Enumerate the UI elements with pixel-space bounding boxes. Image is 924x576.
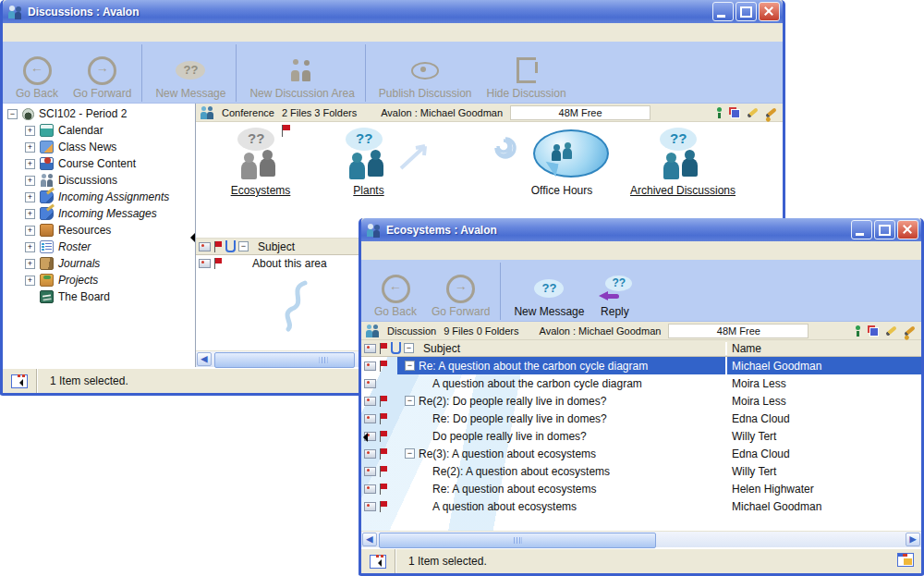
message-row[interactable]: Re(2): Do people really live in domes? M… (361, 392, 921, 410)
name-column-header[interactable]: Name (725, 342, 921, 355)
flag-column-icon[interactable] (379, 343, 388, 354)
collapse-all-icon[interactable] (404, 343, 414, 353)
menu-item[interactable] (40, 31, 56, 34)
menu-item[interactable] (6, 31, 23, 34)
tree-expand-icon[interactable] (25, 142, 35, 153)
menu-item[interactable] (365, 249, 382, 252)
unread-column-icon[interactable] (364, 344, 376, 353)
conference-desktop-item[interactable]: Ecosystems (205, 128, 316, 197)
toolbar-button[interactable]: Go Forward (66, 44, 139, 102)
split-view-icon[interactable] (370, 555, 386, 569)
minimize-button[interactable] (712, 2, 734, 21)
toolbar-button[interactable]: New Message (141, 44, 233, 102)
tree-expand-icon[interactable] (25, 176, 35, 186)
collapse-thread-icon[interactable] (405, 448, 415, 459)
menu-item[interactable] (415, 249, 432, 252)
toolbar-button[interactable]: New Message (500, 263, 591, 320)
sidebar-tree-item[interactable]: Incoming Messages (3, 205, 195, 222)
pane-splitter-arrow[interactable] (186, 233, 195, 242)
sidebar-tree-item[interactable]: Roster (3, 239, 195, 255)
online-user-icon[interactable] (716, 107, 723, 118)
toolbar-button[interactable]: Go Back (8, 44, 66, 102)
sidebar-tree-item[interactable]: Discussions (3, 172, 195, 189)
flag-column-icon[interactable] (213, 241, 223, 252)
toolbar-button[interactable]: Go Back (367, 263, 424, 320)
subject-column-header[interactable]: Subject (423, 342, 725, 355)
scrollbar-thumb[interactable] (214, 352, 355, 368)
menu-item[interactable] (448, 249, 465, 252)
message-row[interactable]: Re(2): A question about ecosystems Willy… (361, 462, 921, 480)
toolbar-button[interactable]: New Discussion Area (236, 44, 361, 102)
tree-expand-icon[interactable] (25, 126, 35, 136)
message-row[interactable]: Do people really live in domes? Willy Te… (361, 427, 921, 445)
sidebar-tree-item[interactable]: Projects (3, 272, 195, 288)
sidebar-tree-item[interactable]: Incoming Assignments (3, 189, 195, 205)
tree-expand-icon[interactable] (25, 192, 35, 202)
toolbar-button[interactable]: Hide Discussion (480, 44, 574, 102)
close-button[interactable] (759, 2, 780, 21)
minimize-button[interactable] (851, 220, 872, 239)
unread-column-icon[interactable] (199, 242, 211, 251)
shared-pages-icon[interactable] (868, 325, 879, 337)
menu-item[interactable] (465, 249, 481, 252)
split-view-icon[interactable] (11, 374, 28, 388)
message-row[interactable]: Re(3): A question about ecosystems Edna … (361, 445, 921, 462)
tree-expand-icon[interactable] (25, 259, 35, 269)
title-bar[interactable]: Discussions : Avalon (3, 0, 783, 23)
conference-desktop-item[interactable]: Plants (314, 128, 423, 197)
menu-item[interactable] (398, 249, 415, 252)
sidebar-tree-item[interactable]: Journals (3, 255, 195, 272)
tree-expand-icon[interactable] (25, 226, 35, 236)
online-user-icon[interactable] (855, 325, 861, 337)
menu-item[interactable] (106, 31, 123, 34)
sidebar-tree-item[interactable]: The Board (3, 288, 195, 305)
tree-expand-icon[interactable] (25, 209, 35, 219)
pane-splitter-arrow[interactable] (359, 433, 368, 442)
menu-item[interactable] (382, 249, 398, 252)
message-row[interactable]: Re: A question about ecosystems Helen Hi… (361, 480, 921, 497)
collapse-thread-icon[interactable] (405, 396, 415, 406)
conference-desktop-item[interactable]: Office Hours (503, 128, 621, 197)
maximize-button[interactable] (874, 220, 895, 239)
scroll-left-icon[interactable]: ◀ (362, 533, 377, 546)
toolbar-button[interactable]: Go Forward (424, 263, 497, 320)
sidebar-tree-item[interactable]: Class News (3, 139, 195, 155)
sidebar-tree-item[interactable]: Course Content (3, 155, 195, 172)
toolbar-button[interactable]: Publish Discussion (365, 44, 480, 102)
scrollbar-thumb[interactable] (379, 533, 656, 548)
title-bar[interactable]: Ecosystems : Avalon (361, 218, 921, 241)
tree-expand-icon[interactable] (25, 242, 35, 252)
message-row[interactable]: Re: Do people really live in domes? Edna… (361, 410, 921, 427)
scroll-left-icon[interactable]: ◀ (197, 352, 212, 366)
collapse-all-icon[interactable] (238, 241, 249, 251)
layout-grid-icon[interactable] (897, 553, 914, 567)
tree-collapse-icon[interactable] (7, 109, 18, 119)
menu-item[interactable] (432, 249, 448, 252)
sidebar-tree-item[interactable]: Resources (3, 222, 195, 239)
edit-pencil-icon[interactable] (747, 107, 759, 117)
tree-expand-icon[interactable] (25, 159, 35, 169)
attachment-column-icon[interactable] (225, 240, 236, 252)
sidebar-tree-item[interactable]: Calendar (3, 122, 195, 139)
tree-expand-icon[interactable] (25, 276, 35, 286)
edit-pencil-icon[interactable] (885, 325, 897, 336)
message-row[interactable]: A question about ecosystems Michael Good… (361, 497, 921, 515)
signature-pen-icon[interactable] (904, 325, 916, 336)
conference-desktop-item[interactable]: Archived Discussions (604, 128, 761, 197)
menu-item[interactable] (73, 31, 90, 34)
toolbar-button[interactable]: Reply (591, 263, 638, 320)
menu-item[interactable] (56, 31, 73, 34)
collapse-thread-icon[interactable] (405, 361, 415, 371)
message-row[interactable]: A question about the carbon cycle diagra… (361, 374, 921, 392)
scroll-right-icon[interactable]: ▶ (906, 533, 920, 546)
close-button[interactable] (897, 220, 918, 239)
attachment-column-icon[interactable] (391, 342, 401, 354)
menu-item[interactable] (23, 31, 40, 34)
sidebar-tree-root[interactable]: SCI102 - Period 2 (3, 105, 195, 122)
message-row[interactable]: Re: A question about the carbon cycle di… (361, 357, 921, 374)
shared-pages-icon[interactable] (729, 107, 740, 118)
horizontal-scrollbar[interactable]: ◀ ▶ (361, 531, 921, 547)
signature-pen-icon[interactable] (765, 107, 777, 117)
maximize-button[interactable] (736, 2, 757, 21)
menu-item[interactable] (90, 31, 106, 34)
